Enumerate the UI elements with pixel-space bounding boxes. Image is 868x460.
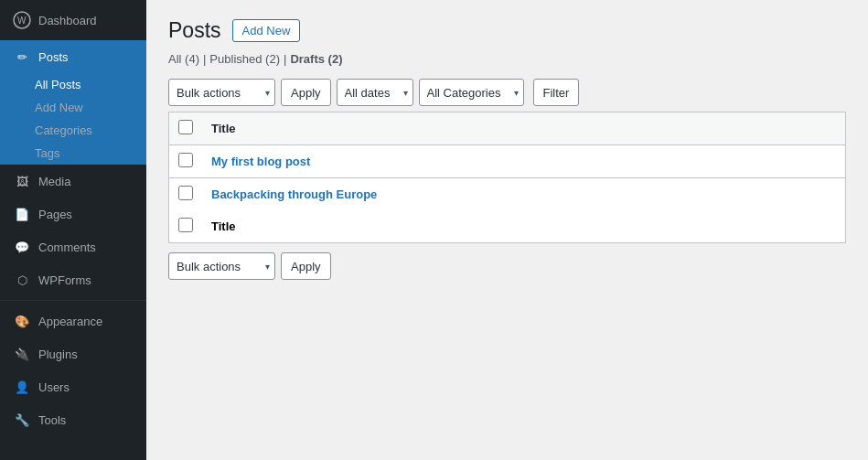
- sidebar-sub-tags[interactable]: Tags: [0, 142, 146, 165]
- table-body: My first blog post Backpacking through E…: [169, 145, 846, 211]
- filter-button[interactable]: Filter: [533, 79, 580, 106]
- post-title-link-2[interactable]: Backpacking through Europe: [211, 187, 377, 201]
- filter-drafts-current: Drafts (2): [290, 52, 342, 66]
- sidebar-divider: [0, 300, 146, 301]
- sidebar-sub-add-new[interactable]: Add New: [0, 96, 146, 119]
- sidebar-item-users[interactable]: 👤 Users: [0, 370, 146, 403]
- row-title-2: Backpacking through Europe: [202, 178, 846, 211]
- sidebar-logo[interactable]: W Dashboard: [0, 0, 146, 40]
- sidebar: W Dashboard ✏ Posts All Posts Add New Ca…: [0, 0, 146, 460]
- appearance-icon: 🎨: [13, 312, 31, 330]
- tablenav-bottom: Bulk actions Move to Trash ▾ Apply: [168, 247, 846, 285]
- add-new-button[interactable]: Add New: [232, 19, 301, 42]
- bulk-actions-wrap-top: Bulk actions Move to Trash ▾: [168, 79, 275, 106]
- sidebar-item-appearance[interactable]: 🎨 Appearance: [0, 305, 146, 337]
- row-checkbox-2[interactable]: [178, 186, 193, 200]
- dates-filter-select[interactable]: All dates: [337, 79, 413, 106]
- users-icon: 👤: [13, 378, 31, 396]
- page-title: Posts: [168, 18, 221, 43]
- posts-table: Title My first blog post Backpacking thr…: [168, 112, 846, 243]
- sidebar-item-plugins[interactable]: 🔌 Plugins: [0, 337, 146, 370]
- sidebar-item-wpforms-label: WPForms: [38, 273, 91, 287]
- sidebar-item-posts[interactable]: ✏ Posts: [0, 40, 146, 73]
- sidebar-item-tools[interactable]: 🔧 Tools: [0, 403, 146, 436]
- sep1: |: [203, 52, 206, 66]
- apply-button-bottom[interactable]: Apply: [281, 252, 331, 280]
- sidebar-item-appearance-label: Appearance: [38, 315, 102, 328]
- plugins-icon: 🔌: [13, 345, 31, 363]
- bulk-actions-select-bottom[interactable]: Bulk actions Move to Trash: [168, 252, 275, 280]
- comments-icon: 💬: [13, 238, 31, 256]
- sidebar-item-wpforms[interactable]: ⬡ WPForms: [0, 263, 146, 296]
- table-row: Backpacking through Europe: [169, 178, 846, 211]
- sep2: |: [284, 52, 286, 66]
- wp-logo-icon: W: [13, 11, 31, 29]
- sidebar-item-posts-label: Posts: [38, 50, 69, 64]
- filter-published[interactable]: Published (2): [209, 52, 280, 66]
- sidebar-item-pages-label: Pages: [38, 208, 72, 221]
- sidebar-item-comments-label: Comments: [38, 241, 96, 254]
- pages-icon: 📄: [13, 205, 31, 223]
- media-icon: 🖼: [13, 172, 31, 190]
- tools-icon: 🔧: [13, 411, 31, 429]
- main-content: Posts Add New All (4) | Published (2) | …: [146, 0, 868, 460]
- bulk-actions-select-top[interactable]: Bulk actions Move to Trash: [168, 79, 275, 106]
- table-row: My first blog post: [169, 145, 846, 178]
- sidebar-item-media-label: Media: [38, 175, 70, 188]
- sidebar-item-comments[interactable]: 💬 Comments: [0, 230, 146, 263]
- sidebar-logo-label: Dashboard: [38, 14, 97, 27]
- sidebar-sub-all-posts[interactable]: All Posts: [0, 73, 146, 96]
- apply-button-top[interactable]: Apply: [281, 79, 331, 106]
- categories-filter-select[interactable]: All Categories: [419, 79, 524, 106]
- sidebar-sub-categories[interactable]: Categories: [0, 119, 146, 142]
- wpforms-icon: ⬡: [13, 271, 31, 289]
- sidebar-item-tools-label: Tools: [38, 413, 66, 427]
- select-all-checkbox-bottom[interactable]: [178, 218, 193, 232]
- svg-text:W: W: [17, 16, 27, 26]
- table-head: Title: [169, 112, 846, 145]
- row-checkbox-1[interactable]: [178, 153, 193, 167]
- table-foot: Title: [169, 210, 846, 243]
- col-foot-title[interactable]: Title: [202, 210, 846, 243]
- row-title-1: My first blog post: [202, 145, 846, 178]
- tablenav-top: Bulk actions Move to Trash ▾ Apply All d…: [168, 73, 846, 112]
- page-header: Posts Add New: [168, 18, 846, 43]
- filter-all[interactable]: All (4): [168, 52, 199, 66]
- post-title-link-1[interactable]: My first blog post: [211, 155, 310, 168]
- col-foot-check: [169, 210, 203, 243]
- posts-icon: ✏: [13, 48, 31, 66]
- bulk-actions-wrap-bottom: Bulk actions Move to Trash ▾: [168, 252, 275, 280]
- sidebar-item-media[interactable]: 🖼 Media: [0, 165, 146, 198]
- sidebar-item-plugins-label: Plugins: [38, 348, 78, 361]
- sidebar-section-posts: ✏ Posts All Posts Add New Categories Tag…: [0, 40, 146, 165]
- col-head-check: [169, 112, 203, 145]
- dates-filter-wrap: All dates ▾: [337, 79, 413, 106]
- sidebar-item-users-label: Users: [38, 380, 70, 394]
- post-filter-nav: All (4) | Published (2) | Drafts (2): [168, 52, 846, 66]
- sidebar-item-pages[interactable]: 📄 Pages: [0, 198, 146, 230]
- select-all-checkbox-top[interactable]: [178, 120, 193, 134]
- row-check-1: [169, 145, 203, 178]
- col-head-title[interactable]: Title: [202, 112, 846, 145]
- categories-filter-wrap: All Categories ▾: [419, 79, 524, 106]
- row-check-2: [169, 178, 203, 211]
